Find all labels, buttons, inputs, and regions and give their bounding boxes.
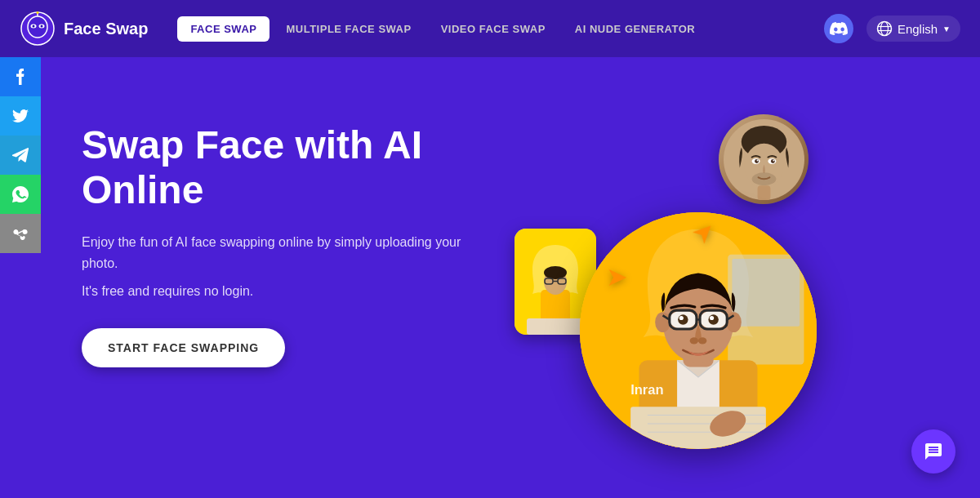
svg-point-54 bbox=[710, 316, 714, 320]
social-sidebar bbox=[0, 57, 41, 253]
language-label: English bbox=[898, 22, 938, 36]
svg-point-17 bbox=[755, 159, 759, 163]
nav-item-video[interactable]: VIDEO FACE SWAP bbox=[428, 16, 559, 42]
telegram-icon bbox=[12, 148, 29, 162]
nav-item-nude[interactable]: AI NUDE GENERATOR bbox=[562, 16, 708, 42]
arrow-right-icon: ➤ bbox=[606, 261, 628, 292]
hero-text: Swap Face with AI Online Enjoy the fun o… bbox=[82, 106, 490, 367]
svg-point-21 bbox=[751, 172, 776, 185]
share-icon bbox=[13, 226, 28, 241]
telegram-share-button[interactable] bbox=[0, 136, 41, 175]
share-button[interactable] bbox=[0, 214, 41, 253]
svg-point-19 bbox=[756, 159, 758, 161]
facebook-icon bbox=[16, 68, 25, 86]
hero-free-note: It's free and requires no login. bbox=[82, 284, 490, 299]
svg-rect-37 bbox=[732, 259, 800, 327]
svg-point-26 bbox=[544, 266, 567, 279]
svg-point-4 bbox=[33, 25, 35, 28]
svg-point-52 bbox=[708, 314, 718, 324]
nav-right: English ▼ bbox=[824, 14, 960, 43]
svg-point-8 bbox=[877, 22, 891, 36]
twitter-share-button[interactable] bbox=[0, 96, 41, 136]
face-photo-avatar bbox=[719, 114, 808, 204]
nav-item-face-swap[interactable]: FACE SWAP bbox=[177, 16, 270, 42]
svg-rect-22 bbox=[757, 185, 770, 200]
main-content: Swap Face with AI Online Enjoy the fun o… bbox=[0, 57, 980, 498]
logo-link[interactable]: Face Swap bbox=[20, 11, 148, 47]
svg-point-1 bbox=[28, 16, 47, 38]
svg-point-43 bbox=[726, 312, 742, 332]
start-face-swapping-button[interactable]: START FACE SWAPPING bbox=[82, 328, 285, 367]
language-selector[interactable]: English ▼ bbox=[866, 16, 960, 42]
result-person-svg: Inran bbox=[580, 212, 817, 449]
svg-point-51 bbox=[678, 314, 688, 324]
whatsapp-icon bbox=[12, 186, 29, 202]
logo-icon bbox=[20, 11, 56, 47]
face-avatar-svg bbox=[724, 119, 804, 200]
discord-button[interactable] bbox=[824, 14, 853, 43]
svg-point-9 bbox=[880, 22, 888, 36]
svg-rect-30 bbox=[527, 318, 584, 335]
logo-text: Face Swap bbox=[64, 20, 148, 38]
svg-point-5 bbox=[41, 25, 43, 28]
svg-point-20 bbox=[773, 159, 774, 161]
facebook-share-button[interactable] bbox=[0, 57, 41, 96]
big-circle-inner: Inran bbox=[580, 212, 817, 449]
globe-icon bbox=[876, 20, 893, 37]
twitter-icon bbox=[12, 109, 29, 123]
big-result-circle: Inran bbox=[580, 212, 817, 449]
svg-rect-57 bbox=[630, 407, 766, 449]
svg-text:Inran: Inran bbox=[630, 382, 664, 398]
discord-icon bbox=[830, 22, 848, 35]
chat-support-button[interactable] bbox=[911, 429, 956, 474]
whatsapp-share-button[interactable] bbox=[0, 175, 41, 214]
svg-point-7 bbox=[37, 11, 39, 14]
svg-point-18 bbox=[770, 159, 774, 163]
hero-title: Swap Face with AI Online bbox=[82, 122, 490, 212]
hero-description: Enjoy the fun of AI face swapping online… bbox=[82, 232, 490, 273]
hero-illustration: Inran ➤ ➤ bbox=[490, 90, 833, 457]
svg-point-42 bbox=[655, 312, 670, 332]
svg-point-53 bbox=[679, 316, 684, 320]
chat-icon bbox=[924, 442, 943, 461]
navbar: Face Swap FACE SWAP MULTIPLE FACE SWAP V… bbox=[0, 0, 980, 57]
nav-item-multiple[interactable]: MULTIPLE FACE SWAP bbox=[273, 16, 424, 42]
svg-point-55 bbox=[690, 337, 698, 344]
svg-point-56 bbox=[698, 337, 706, 344]
nav-links: FACE SWAP MULTIPLE FACE SWAP VIDEO FACE … bbox=[177, 16, 811, 42]
chevron-down-icon: ▼ bbox=[942, 24, 951, 33]
